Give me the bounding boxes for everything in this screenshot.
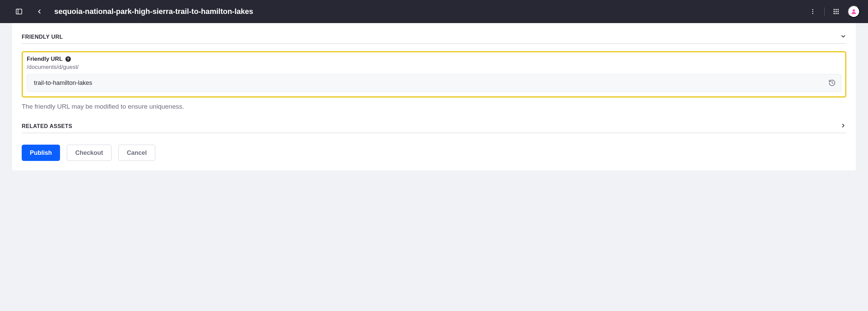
topbar: sequoia-national-park-high-sierra-trail-… (0, 0, 868, 23)
publish-button[interactable]: Publish (22, 145, 60, 161)
friendly-url-highlight: Friendly URL ? /documents/d/guest/ (22, 51, 846, 97)
checkout-button[interactable]: Checkout (67, 145, 112, 161)
svg-point-14 (853, 9, 855, 12)
chevron-down-icon (840, 33, 846, 41)
friendly-url-section-title: FRIENDLY URL (22, 34, 63, 40)
svg-point-4 (812, 13, 813, 14)
friendly-url-label: Friendly URL (27, 56, 63, 62)
svg-rect-9 (835, 11, 836, 12)
svg-point-3 (812, 11, 813, 12)
friendly-url-input-wrap (27, 74, 841, 92)
svg-rect-11 (834, 13, 835, 14)
history-icon (828, 79, 836, 87)
main-card: FRIENDLY URL Friendly URL ? /documents/d… (12, 23, 856, 170)
user-avatar[interactable] (848, 5, 860, 18)
svg-point-2 (812, 9, 813, 10)
vertical-dots-icon (809, 8, 816, 15)
friendly-url-prefix: /documents/d/guest/ (27, 64, 841, 71)
svg-rect-7 (837, 9, 839, 10)
related-assets-section-title: RELATED ASSETS (22, 123, 72, 129)
related-assets-section-header[interactable]: RELATED ASSETS (22, 123, 846, 133)
svg-rect-13 (837, 13, 839, 14)
friendly-url-history-button[interactable] (826, 77, 838, 89)
back-button[interactable] (34, 6, 45, 17)
grid-icon (833, 8, 840, 15)
topbar-left: sequoia-national-park-high-sierra-trail-… (14, 6, 807, 17)
cancel-button[interactable]: Cancel (118, 145, 155, 161)
apps-button[interactable] (831, 6, 842, 17)
more-options-button[interactable] (807, 6, 818, 17)
topbar-divider (824, 7, 825, 16)
svg-rect-10 (837, 11, 839, 12)
field-label-row: Friendly URL ? (27, 56, 841, 62)
friendly-url-section-header[interactable]: FRIENDLY URL (22, 33, 846, 44)
panel-toggle-icon (15, 8, 23, 15)
chevron-left-icon (36, 8, 43, 15)
svg-rect-5 (834, 9, 835, 10)
friendly-url-help-text: The friendly URL may be modified to ensu… (22, 103, 846, 110)
svg-rect-8 (834, 11, 835, 12)
topbar-right (807, 5, 860, 18)
action-buttons: Publish Checkout Cancel (22, 145, 846, 161)
help-icon[interactable]: ? (65, 56, 71, 62)
chevron-right-icon (840, 123, 846, 130)
friendly-url-input[interactable] (27, 74, 841, 92)
svg-rect-0 (16, 9, 22, 14)
svg-rect-12 (835, 13, 836, 14)
panel-toggle-button[interactable] (14, 6, 24, 17)
page-title: sequoia-national-park-high-sierra-trail-… (54, 7, 253, 16)
user-icon (850, 8, 857, 15)
svg-rect-6 (835, 9, 836, 10)
